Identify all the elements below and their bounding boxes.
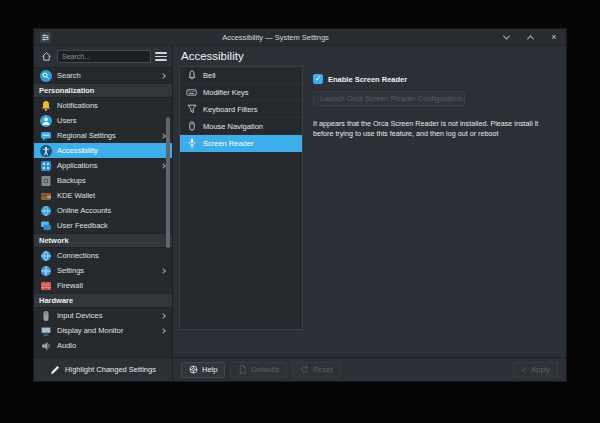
category-item-bell[interactable]: Bell: [180, 67, 302, 84]
sidebar-item-audio[interactable]: Audio: [34, 338, 172, 353]
sidebar-toolbar: [34, 46, 172, 68]
sidebar-item-label: KDE Wallet: [57, 191, 95, 200]
reset-label: Reset: [313, 365, 333, 374]
microphone-icon: [186, 138, 197, 149]
page-title: Accessibility: [181, 50, 244, 62]
speech-bubble-icon: [39, 129, 52, 142]
enable-screen-reader-row[interactable]: ✓ Enable Screen Reader: [313, 74, 550, 84]
user-icon: [39, 114, 52, 127]
sidebar-item-network-settings[interactable]: Settings: [34, 263, 172, 278]
sidebar-section-network: Network: [34, 233, 172, 248]
sidebar-item-backups[interactable]: Backups: [34, 173, 172, 188]
network-settings-icon: [39, 264, 52, 277]
window-title: Accessibility — System Settings: [51, 33, 500, 42]
sidebar-item-search[interactable]: Search: [34, 68, 172, 83]
category-item-mouse-navigation[interactable]: Mouse Navigation: [180, 118, 302, 135]
sidebar-section-label: Network: [39, 236, 69, 245]
firewall-icon: [39, 279, 52, 292]
pencil-icon: [50, 365, 60, 375]
sidebar-item-firewall[interactable]: Firewall: [34, 278, 172, 293]
accessibility-category-list: Bell Modifier Keys Keybo: [179, 66, 303, 330]
mouse-icon: [39, 309, 52, 322]
sidebar-item-accessibility[interactable]: Accessibility: [34, 143, 172, 158]
minimize-icon[interactable]: [500, 31, 512, 43]
globe-icon: [39, 204, 52, 217]
category-label: Bell: [203, 71, 216, 80]
safe-icon: [39, 174, 52, 187]
category-label: Modifier Keys: [203, 88, 248, 97]
sidebar-item-label: Firewall: [57, 281, 83, 290]
keyboard-icon: [186, 87, 197, 98]
monitor-icon: [39, 324, 52, 337]
sidebar-item-kde-wallet[interactable]: KDE Wallet: [34, 188, 172, 203]
category-item-modifier-keys[interactable]: Modifier Keys: [180, 84, 302, 101]
sidebar: Search Personalization Notifications: [34, 46, 173, 381]
sidebar-item-connections[interactable]: Connections: [34, 248, 172, 263]
close-icon[interactable]: ×: [548, 31, 560, 43]
category-label: Keyboard Filters: [203, 105, 258, 114]
sidebar-item-display-and-monitor[interactable]: Display and Monitor: [34, 323, 172, 338]
sidebar-item-label: Search: [57, 71, 81, 80]
content-area: Accessibility Bell: [173, 46, 566, 381]
help-button[interactable]: Help: [181, 362, 225, 378]
checkmark-icon: ✓: [315, 75, 322, 83]
sidebar-item-label: Input Devices: [57, 311, 102, 320]
sidebar-item-label: Backups: [57, 176, 86, 185]
category-label: Mouse Navigation: [203, 122, 263, 131]
sidebar-item-label: Online Accounts: [57, 206, 111, 215]
chevron-right-icon: [160, 328, 166, 334]
enable-screen-reader-label: Enable Screen Reader: [328, 75, 407, 84]
sidebar-item-users[interactable]: Users: [34, 113, 172, 128]
window-controls: ×: [500, 31, 560, 43]
apply-button[interactable]: ✓ Apply: [513, 362, 558, 378]
filter-funnel-icon: [186, 104, 197, 115]
menu-icon[interactable]: [155, 50, 167, 63]
sidebar-item-label: Users: [57, 116, 77, 125]
sidebar-item-label: Connections: [57, 251, 99, 260]
sidebar-item-label: Settings: [57, 266, 84, 275]
defaults-label: Defaults: [251, 365, 279, 374]
category-item-screen-reader[interactable]: Screen Reader: [180, 135, 302, 152]
sidebar-section-hardware: Hardware: [34, 293, 172, 308]
sidebar-item-label: Display and Monitor: [57, 326, 123, 335]
help-label: Help: [202, 365, 217, 374]
sidebar-item-input-devices[interactable]: Input Devices: [34, 308, 172, 323]
reset-button[interactable]: Reset: [292, 362, 341, 378]
sidebar-category-list: Search Personalization Notifications: [34, 68, 172, 357]
footer-toolbar: Help Defaults Reset: [173, 357, 566, 381]
maximize-icon[interactable]: [524, 31, 536, 43]
accessibility-icon: [39, 144, 52, 157]
titlebar[interactable]: Accessibility — System Settings ×: [34, 29, 566, 46]
apply-label: Apply: [531, 365, 550, 374]
sidebar-item-label: Regional Settings: [57, 131, 116, 140]
sidebar-item-user-feedback[interactable]: User Feedback: [34, 218, 172, 233]
defaults-button[interactable]: Defaults: [230, 362, 287, 378]
orca-not-installed-message: It appears that the Orca Screen Reader i…: [313, 119, 550, 140]
sidebar-scrollbar[interactable]: [166, 117, 170, 248]
home-icon[interactable]: [39, 50, 53, 64]
search-input[interactable]: [57, 50, 151, 63]
page-header: Accessibility: [173, 46, 566, 66]
mouse-outline-icon: [186, 121, 197, 132]
sidebar-item-online-accounts[interactable]: Online Accounts: [34, 203, 172, 218]
help-icon: [189, 365, 198, 374]
desktop: Accessibility — System Settings ×: [0, 0, 600, 423]
sidebar-item-applications[interactable]: Applications: [34, 158, 172, 173]
sidebar-item-label: Audio: [57, 341, 76, 350]
sidebar-item-label: Applications: [57, 161, 97, 170]
chevron-right-icon: [160, 313, 166, 319]
enable-screen-reader-checkbox[interactable]: ✓: [313, 74, 323, 84]
sidebar-item-notifications[interactable]: Notifications: [34, 98, 172, 113]
launch-orca-configuration-button[interactable]: Launch Orca Screen Reader Configuration.…: [313, 91, 465, 106]
highlight-changed-settings-label: Highlight Changed Settings: [65, 365, 156, 374]
sidebar-item-regional-settings[interactable]: Regional Settings: [34, 128, 172, 143]
checkmark-icon: ✓: [521, 365, 527, 374]
highlight-changed-settings-button[interactable]: Highlight Changed Settings: [34, 357, 172, 381]
sidebar-item-label: Accessibility: [57, 146, 98, 155]
speaker-icon: [39, 339, 52, 352]
bell-icon: [39, 99, 52, 112]
system-settings-window: Accessibility — System Settings ×: [33, 28, 567, 382]
category-item-keyboard-filters[interactable]: Keyboard Filters: [180, 101, 302, 118]
chevron-right-icon: [160, 163, 166, 169]
screen-reader-panel: ✓ Enable Screen Reader Launch Orca Scree…: [303, 66, 560, 357]
